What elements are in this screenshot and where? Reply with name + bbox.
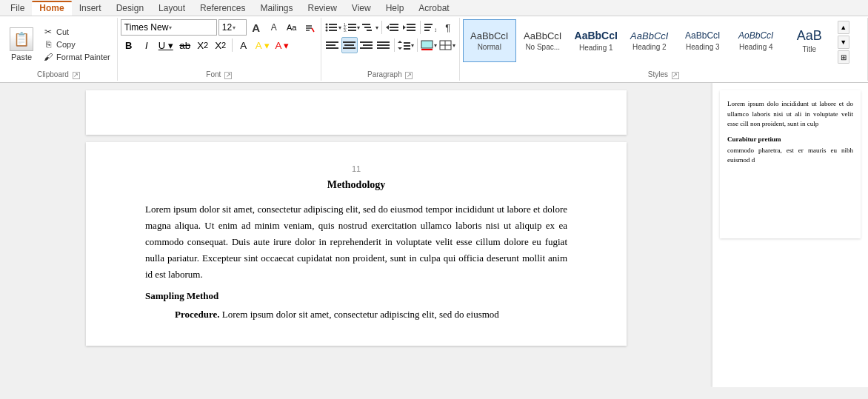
- ribbon: 📋 Paste ✂ Cut ⎘ Copy 🖌 Format Painter Cl…: [0, 16, 868, 83]
- cut-button[interactable]: ✂ Cut: [40, 26, 113, 38]
- style-normal[interactable]: AaBbCcI Normal: [463, 19, 516, 62]
- bold-button[interactable]: B: [121, 37, 137, 53]
- svg-rect-33: [326, 47, 338, 49]
- style-heading1-preview: AaBbCcI: [575, 30, 618, 42]
- tab-help[interactable]: Help: [378, 1, 412, 16]
- svg-rect-2: [306, 30, 310, 31]
- sort-button[interactable]: ↕: [423, 19, 439, 36]
- tab-layout[interactable]: Layout: [151, 1, 193, 16]
- svg-rect-45: [404, 42, 410, 44]
- style-heading4[interactable]: AoBbCcI Heading 4: [730, 19, 783, 62]
- tab-review[interactable]: Review: [300, 1, 344, 16]
- svg-rect-0: [306, 25, 312, 27]
- format-painter-label: Format Painter: [56, 53, 110, 61]
- paragraph-expand-button[interactable]: ↗: [405, 72, 413, 79]
- style-heading1[interactable]: AaBbCcI Heading 1: [570, 19, 623, 62]
- svg-text:3.: 3.: [344, 28, 347, 33]
- font-name-input[interactable]: Times New Rom ▾: [121, 19, 217, 36]
- align-left-button[interactable]: [324, 37, 341, 53]
- strikethrough-button[interactable]: ab: [177, 37, 193, 53]
- svg-marker-43: [398, 41, 402, 43]
- increase-font-size-button[interactable]: A: [248, 19, 264, 36]
- svg-rect-7: [329, 27, 337, 28]
- style-heading2[interactable]: AaBbCcI Heading 2: [623, 19, 676, 62]
- tab-insert[interactable]: Insert: [72, 1, 109, 16]
- svg-rect-25: [407, 27, 415, 28]
- copy-button[interactable]: ⎘ Copy: [40, 38, 113, 50]
- style-heading3[interactable]: AaBbCcI Heading 3: [676, 19, 730, 62]
- subscript-button[interactable]: X2: [195, 37, 211, 53]
- style-nospace[interactable]: AaBbCcI No Spac...: [516, 19, 570, 62]
- svg-rect-9: [329, 30, 337, 31]
- show-hide-button[interactable]: ¶: [440, 19, 456, 36]
- styles-up-button[interactable]: ▲: [838, 21, 849, 34]
- paste-icon: 📋: [10, 27, 33, 51]
- superscript-button[interactable]: X2: [213, 37, 229, 53]
- font-expand-button[interactable]: ↗: [224, 72, 232, 79]
- change-case-button[interactable]: Aa: [284, 19, 300, 36]
- style-heading4-label: Heading 4: [739, 43, 773, 51]
- font-size-input[interactable]: 12 ▾: [218, 19, 247, 36]
- decrease-indent-button[interactable]: [384, 19, 401, 36]
- increase-indent-button[interactable]: [401, 19, 418, 36]
- document-procedure[interactable]: Procedure. Lorem ipsum dolor sit amet, c…: [175, 306, 567, 323]
- style-title[interactable]: AaB Title: [783, 19, 836, 62]
- paragraph-group-label: Paragraph ↗: [321, 70, 459, 79]
- tab-references[interactable]: References: [193, 1, 253, 16]
- paste-button[interactable]: 📋 Paste: [4, 19, 39, 69]
- para-divider4: [417, 38, 418, 52]
- numbering-button[interactable]: 1.2.3. ▾: [343, 19, 361, 36]
- clipboard-group: 📋 Paste ✂ Cut ⎘ Copy 🖌 Format Painter Cl…: [0, 18, 118, 81]
- svg-rect-31: [326, 41, 338, 43]
- styles-down-button[interactable]: ▼: [838, 36, 849, 49]
- styles-expand-arrow[interactable]: ↗: [672, 72, 679, 79]
- decrease-font-size-button[interactable]: A: [266, 19, 282, 36]
- italic-button[interactable]: I: [138, 37, 155, 53]
- document-paragraph1[interactable]: Lorem ipsum dolor sit amet, consectetur …: [145, 201, 567, 283]
- justify-button[interactable]: [375, 37, 392, 53]
- styles-expand-button[interactable]: ⊞: [838, 50, 849, 64]
- document-subheading1[interactable]: Sampling Method: [145, 290, 567, 302]
- clipboard-expand-button[interactable]: ↗: [73, 72, 80, 79]
- font-color-button[interactable]: A ▾: [273, 37, 292, 53]
- tab-design[interactable]: Design: [109, 1, 151, 16]
- paragraph-row2: ▾ ▾ ▾: [324, 37, 456, 53]
- style-heading2-label: Heading 2: [632, 43, 667, 51]
- cut-icon: ✂: [42, 27, 54, 37]
- font-size-dropdown-arrow[interactable]: ▾: [233, 24, 243, 31]
- svg-rect-37: [360, 41, 373, 43]
- svg-rect-16: [362, 24, 370, 25]
- text-highlight-button[interactable]: A ▾: [253, 37, 272, 53]
- tab-mailings[interactable]: Mailings: [253, 1, 300, 16]
- align-center-button[interactable]: [341, 37, 358, 53]
- document-scroll[interactable]: 11 Methodology Lorem ipsum dolor sit ame…: [0, 83, 712, 387]
- font-divider1: [232, 38, 233, 52]
- borders-button[interactable]: ▾: [438, 37, 456, 53]
- style-title-preview: AaB: [797, 28, 822, 44]
- svg-point-4: [325, 24, 327, 26]
- style-nospace-label: No Spac...: [525, 43, 560, 51]
- svg-marker-44: [398, 47, 402, 50]
- line-spacing-button[interactable]: ▾: [397, 37, 415, 53]
- clear-formatting-button[interactable]: [301, 19, 318, 36]
- align-right-button[interactable]: [358, 37, 375, 53]
- shading-button[interactable]: ▾: [420, 37, 438, 53]
- svg-text:↕: ↕: [434, 27, 437, 33]
- font-name-dropdown-arrow[interactable]: ▾: [169, 24, 213, 31]
- svg-marker-23: [403, 25, 406, 30]
- svg-rect-15: [348, 30, 356, 31]
- format-painter-button[interactable]: 🖌 Format Painter: [40, 51, 113, 63]
- style-heading1-label: Heading 1: [579, 44, 613, 52]
- tab-acrobat[interactable]: Acrobat: [411, 1, 456, 16]
- underline-button[interactable]: U ▾: [156, 37, 176, 53]
- text-effects-button[interactable]: A: [236, 37, 252, 53]
- styles-navigation: ▲ ▼ ⊞: [836, 19, 851, 65]
- svg-rect-13: [348, 27, 356, 28]
- tab-home[interactable]: Home: [32, 1, 71, 16]
- document-heading[interactable]: Methodology: [145, 179, 567, 191]
- font-size-value: 12: [222, 22, 233, 33]
- tab-view[interactable]: View: [344, 1, 378, 16]
- bullets-button[interactable]: ▾: [324, 19, 342, 36]
- tab-file[interactable]: File: [3, 1, 32, 16]
- multilevel-list-button[interactable]: ▾: [361, 19, 379, 36]
